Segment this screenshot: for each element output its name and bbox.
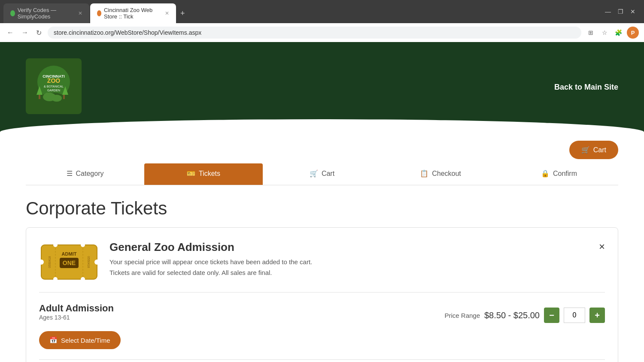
tab-favicon-1 [10, 10, 15, 16]
tab-cart[interactable]: 🛒 Cart [263, 163, 381, 185]
svg-point-8 [52, 95, 62, 102]
product-title: General Zoo Admission [109, 241, 605, 254]
adult-select-date-label: Select Date/Time [61, 337, 110, 344]
calendar-icon-adult: 📅 [49, 336, 58, 344]
tab-close-1[interactable]: ✕ [78, 10, 82, 16]
cart-nav-icon: 🛒 [310, 169, 318, 178]
close-window-button[interactable]: ✕ [630, 8, 635, 15]
svg-text:ZOO: ZOO [47, 77, 60, 84]
svg-rect-12 [39, 95, 40, 99]
checkout-icon: 📋 [420, 169, 428, 178]
browser-icons: ⊞ ☆ 🧩 P [586, 27, 639, 39]
svg-text:ADMIT: ADMIT [62, 251, 77, 256]
svg-point-26 [53, 277, 58, 281]
cart-nav-label: Cart [322, 170, 334, 178]
tab-category[interactable]: ☰ Category [26, 163, 144, 185]
svg-text:0550418: 0550418 [87, 256, 90, 268]
reload-button[interactable]: ↻ [34, 27, 43, 39]
tab-verify-codes[interactable]: Verify Codes — SimplyCodes ✕ [3, 3, 89, 23]
new-tab-button[interactable]: + [177, 9, 188, 18]
confirm-label: Confirm [553, 170, 577, 178]
ticket-image: 0550418 0550418 ADMIT ONE [39, 241, 99, 284]
adult-quantity[interactable] [564, 308, 585, 323]
site-header: CINCINNATI ZOO & BOTANICAL GARDEN Back t… [0, 42, 644, 132]
svg-text:0550418: 0550418 [48, 256, 51, 268]
category-label: Category [76, 170, 104, 178]
adult-row-header: Adult Admission Ages 13-61 Price Range $… [39, 303, 605, 328]
profile-button[interactable]: P [627, 27, 639, 39]
svg-point-28 [81, 277, 85, 281]
adult-price-range: $8.50 - $25.00 [484, 311, 540, 320]
svg-rect-13 [63, 95, 65, 99]
checkout-label: Checkout [432, 170, 461, 178]
forward-button[interactable]: → [20, 27, 30, 38]
svg-text:& BOTANICAL: & BOTANICAL [44, 85, 64, 88]
minimize-button[interactable]: — [605, 8, 611, 15]
tickets-label: Tickets [199, 170, 220, 178]
navigation-tabs: ☰ Category 🎫 Tickets 🛒 Cart 📋 Checkout 🔒… [26, 163, 618, 185]
page-content: CINCINNATI ZOO & BOTANICAL GARDEN Back t… [0, 42, 644, 362]
tab-close-2[interactable]: ✕ [165, 10, 169, 16]
product-info: General Zoo Admission Your special price… [109, 241, 605, 276]
tab-bar: Verify Codes — SimplyCodes ✕ Cincinnati … [0, 0, 644, 23]
adult-ticket-info: Adult Admission Ages 13-61 [39, 303, 114, 328]
adult-qty-decrease[interactable]: − [544, 308, 559, 323]
svg-point-9 [45, 93, 50, 98]
extensions-icon[interactable]: 🧩 [613, 27, 623, 38]
cart-icon: 🛒 [581, 146, 590, 154]
adult-price-controls: Price Range $8.50 - $25.00 − + [444, 308, 605, 323]
page-title: Corporate Tickets [0, 185, 644, 227]
close-button[interactable]: × [599, 241, 605, 253]
adult-admission-row: Adult Admission Ages 13-61 Price Range $… [39, 292, 605, 359]
adult-ticket-age: Ages 13-61 [39, 314, 114, 321]
restore-button[interactable]: ❐ [618, 8, 623, 15]
zoo-logo: CINCINNATI ZOO & BOTANICAL GARDEN [26, 58, 82, 114]
back-to-main-link[interactable]: Back to Main Site [554, 83, 618, 92]
tab-label-2: Cincinnati Zoo Web Store :: Tick [104, 7, 161, 20]
product-card: 0550418 0550418 ADMIT ONE General Zoo Ad… [26, 227, 618, 362]
product-header: 0550418 0550418 ADMIT ONE General Zoo Ad… [39, 241, 605, 284]
tab-cincinnati-zoo[interactable]: Cincinnati Zoo Web Store :: Tick ✕ [90, 3, 176, 23]
confirm-icon: 🔒 [541, 169, 550, 178]
svg-point-25 [53, 243, 58, 247]
translate-icon[interactable]: ⊞ [586, 27, 596, 38]
back-button[interactable]: ← [5, 27, 15, 38]
cart-area: 🛒 Cart [0, 132, 644, 163]
adult-price-range-label: Price Range [444, 312, 480, 319]
logo-wrapper: CINCINNATI ZOO & BOTANICAL GARDEN [26, 58, 82, 116]
adult-qty-increase[interactable]: + [589, 308, 605, 323]
svg-text:ONE: ONE [63, 259, 76, 266]
tab-tickets[interactable]: 🎫 Tickets [144, 163, 263, 185]
url-input[interactable] [48, 27, 581, 39]
tab-confirm[interactable]: 🔒 Confirm [500, 163, 618, 185]
svg-point-27 [81, 243, 85, 247]
child-admission-row: Child Admission Ages 3-12 Price Range $5… [39, 359, 605, 362]
address-bar: ← → ↻ ⊞ ☆ 🧩 P [0, 23, 644, 42]
tab-label-1: Verify Codes — SimplyCodes [18, 7, 74, 20]
product-note: Tickets are valid for selected date only… [109, 269, 605, 276]
adult-select-date-button[interactable]: 📅 Select Date/Time [39, 331, 121, 349]
adult-ticket-name: Adult Admission [39, 303, 114, 314]
category-icon: ☰ [67, 169, 73, 178]
cart-button[interactable]: 🛒 Cart [569, 141, 618, 159]
tickets-icon: 🎫 [187, 169, 195, 178]
bookmark-icon[interactable]: ☆ [599, 27, 610, 38]
tab-favicon-2 [97, 10, 101, 16]
cart-button-label: Cart [593, 146, 606, 154]
product-description: Your special price will appear once tick… [109, 258, 605, 265]
svg-text:GARDEN: GARDEN [47, 89, 60, 92]
browser-window: Verify Codes — SimplyCodes ✕ Cincinnati … [0, 0, 644, 42]
tab-checkout[interactable]: 📋 Checkout [381, 163, 500, 185]
